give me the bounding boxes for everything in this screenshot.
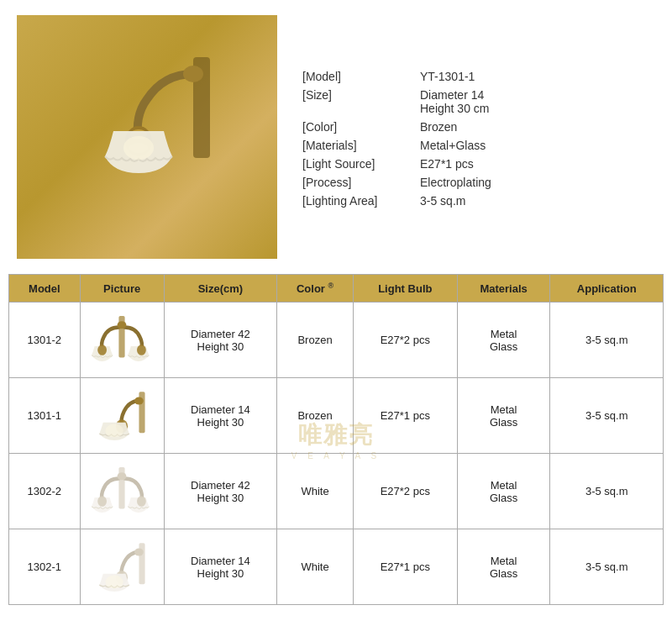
cell-application: 3-5 sq.m [550, 378, 664, 454]
cell-size: Diameter 42Height 30 [164, 303, 277, 378]
spec-materials-value: Metal+Glass [420, 139, 486, 152]
specs-panel: [Model] YT-1301-1 [Size] Diameter 14 Hei… [302, 15, 655, 259]
product-image [17, 15, 277, 259]
cell-light-bulb: E27*1 pcs [353, 378, 457, 454]
lamp-thumb-svg [84, 460, 160, 520]
table-header-row: Model Picture Size(cm) Color ® Light Bul… [9, 275, 664, 303]
cell-materials: MetalGlass [457, 529, 550, 605]
svg-point-1 [183, 66, 203, 82]
spec-lighting-area-value: 3-5 sq.m [420, 194, 465, 208]
cell-application: 3-5 sq.m [550, 454, 664, 529]
lamp-thumb-svg [84, 308, 160, 369]
col-materials: Materials [457, 275, 550, 303]
svg-point-5 [123, 136, 154, 160]
col-light-bulb: Light Bulb [353, 275, 457, 303]
cell-size: Diameter 14Height 30 [164, 529, 277, 605]
col-application: Application [550, 275, 664, 303]
spec-model-label: [Model] [302, 70, 420, 83]
cell-color: White [277, 454, 354, 529]
top-section: [Model] YT-1301-1 [Size] Diameter 14 Hei… [0, 0, 672, 274]
cell-picture [80, 378, 164, 454]
col-picture: Picture [80, 275, 164, 303]
cell-materials: MetalGlass [457, 378, 550, 454]
spec-light-source-row: [Light Source] E27*1 pcs [302, 157, 655, 171]
cell-application: 3-5 sq.m [550, 303, 664, 378]
cell-model: 1301-2 [9, 303, 81, 378]
product-table-section: 唯雅亮 V E A Y A S Model Picture Size(cm) C… [0, 274, 672, 613]
spec-size-value: Diameter 14 Height 30 cm [420, 88, 489, 115]
spec-lighting-area-row: [Lighting Area] 3-5 sq.m [302, 194, 655, 208]
cell-picture [80, 529, 164, 605]
cell-model: 1302-1 [9, 529, 81, 605]
svg-point-19 [134, 549, 144, 556]
table-row: 1302-2 Diameter 42Height [9, 454, 664, 529]
svg-point-15 [118, 473, 127, 481]
table-row: 1302-1 Diameter 14Height 30WhiteE27*1 pc… [9, 529, 664, 605]
svg-point-8 [97, 345, 107, 356]
cell-color: Brozen [277, 378, 354, 454]
spec-process-label: [Process] [302, 176, 420, 189]
cell-picture [80, 454, 164, 529]
cell-size: Diameter 14Height 30 [164, 378, 277, 454]
svg-point-7 [118, 322, 127, 329]
spec-process-value: Electroplating [420, 176, 491, 189]
spec-process-row: [Process] Electroplating [302, 176, 655, 189]
cell-light-bulb: E27*2 pcs [353, 303, 457, 378]
cell-size: Diameter 42Height 30 [164, 454, 277, 529]
cell-color: White [277, 529, 354, 605]
cell-color: Brozen [277, 303, 354, 378]
cell-materials: MetalGlass [457, 454, 550, 529]
spec-materials-label: [Materials] [302, 139, 420, 152]
spec-model-value: YT-1301-1 [420, 70, 475, 83]
spec-color-row: [Color] Brozen [302, 120, 655, 134]
spec-color-value: Brozen [420, 120, 457, 134]
cell-light-bulb: E27*2 pcs [353, 454, 457, 529]
col-color: Color ® [277, 275, 354, 303]
main-lamp-svg [63, 32, 231, 242]
svg-point-11 [134, 397, 144, 405]
table-row: 1301-1 Diameter 14Height 30BrozenE27*1 p… [9, 378, 664, 454]
cell-materials: MetalGlass [457, 303, 550, 378]
spec-light-source-label: [Light Source] [302, 157, 420, 171]
cell-application: 3-5 sq.m [550, 529, 664, 605]
lamp-thumb-svg [88, 535, 155, 596]
spec-model-row: [Model] YT-1301-1 [302, 70, 655, 83]
spec-size-label: [Size] [302, 88, 420, 102]
spec-lighting-area-label: [Lighting Area] [302, 194, 420, 208]
svg-point-16 [97, 497, 107, 508]
spec-materials-row: [Materials] Metal+Glass [302, 139, 655, 152]
spec-light-source-value: E27*1 pcs [420, 157, 474, 171]
svg-point-21 [106, 576, 123, 589]
svg-point-13 [106, 424, 123, 438]
spec-color-label: [Color] [302, 120, 420, 134]
spec-size-row: [Size] Diameter 14 Height 30 cm [302, 88, 655, 115]
lamp-thumb-svg [88, 384, 155, 445]
cell-model: 1301-1 [9, 378, 81, 454]
table-wrapper: 唯雅亮 V E A Y A S Model Picture Size(cm) C… [8, 274, 664, 605]
table-row: 1301-2 Diameter 42Height [9, 303, 664, 378]
col-size: Size(cm) [164, 275, 277, 303]
cell-picture [80, 303, 164, 378]
svg-point-9 [137, 345, 146, 356]
product-table: Model Picture Size(cm) Color ® Light Bul… [8, 274, 664, 605]
cell-light-bulb: E27*1 pcs [353, 529, 457, 605]
cell-model: 1302-2 [9, 454, 81, 529]
col-model: Model [9, 275, 81, 303]
svg-point-17 [137, 497, 146, 508]
